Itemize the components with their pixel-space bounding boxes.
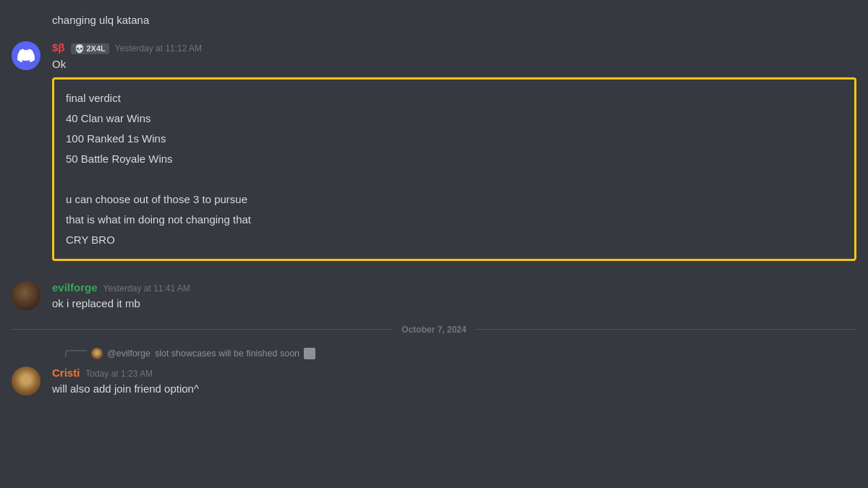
message-row-2: evilforge Yesterday at 11:41 AM ok i rep… [0, 275, 868, 313]
message-header-1: $β 💀 2X4L Yesterday at 11:12 AM [52, 41, 856, 54]
timestamp-cristi: Today at 1:23 AM [85, 369, 153, 379]
message-text-cristi: will also add join friend option^ [52, 382, 856, 397]
badge-1: 💀 2X4L [71, 43, 109, 54]
verdict-line-6: that is what im doing not changing that [66, 211, 843, 228]
verdict-line-7: CRY BRO [66, 231, 843, 249]
date-separator: October 7, 2024 [0, 313, 868, 346]
reply-preview-text: slot showcases will be finished soon [155, 348, 299, 359]
verdict-line-4: 50 Battle Royale Wins [66, 150, 843, 168]
message-row-1: $β 💀 2X4L Yesterday at 11:12 AM Ok final… [0, 35, 868, 267]
username-1: $β [52, 41, 65, 53]
verdict-line-1: final verdict [66, 90, 843, 107]
verdict-spacer [66, 171, 843, 188]
avatar-evilforge [12, 281, 41, 310]
message-ok: Ok [52, 57, 856, 72]
date-separator-text: October 7, 2024 [401, 325, 466, 335]
reply-avatar [91, 348, 103, 359]
top-message-text: changing ulq katana [52, 14, 149, 26]
verdict-line-5: u can choose out of those 3 to pursue [66, 191, 843, 208]
chat-container: changing ulq katana $β 💀 2X4L Yesterday … [0, 0, 868, 488]
reply-image-icon: 🖼 [304, 348, 315, 359]
verdict-line-3: 100 Ranked 1s Wins [66, 130, 843, 147]
avatar-cristi [12, 367, 41, 395]
reply-username: @evilforge [107, 348, 150, 359]
reply-line-icon [65, 350, 87, 357]
badge-icon: 💀 [75, 44, 85, 53]
username-2: evilforge [52, 281, 98, 294]
discord-logo-icon [17, 47, 35, 64]
message-row-cristi: Cristi Today at 1:23 AM will also add jo… [0, 361, 868, 398]
timestamp-1: Yesterday at 11:12 AM [115, 43, 202, 53]
badge-label: 2X4L [87, 44, 106, 53]
timestamp-2: Yesterday at 11:41 AM [103, 283, 190, 294]
reply-row: @evilforge slot showcases will be finish… [0, 346, 868, 359]
message-text-2: ok i replaced it mb [52, 296, 856, 312]
message-content-1: $β 💀 2X4L Yesterday at 11:12 AM Ok final… [52, 41, 856, 266]
username-cristi: Cristi [52, 367, 80, 379]
verdict-line-2: 40 Clan war Wins [66, 110, 843, 127]
message-header-2: evilforge Yesterday at 11:41 AM [52, 281, 856, 294]
message-content-2: evilforge Yesterday at 11:41 AM ok i rep… [52, 281, 856, 312]
message-header-cristi: Cristi Today at 1:23 AM [52, 367, 856, 379]
top-continuation-text: changing ulq katana [0, 12, 868, 30]
highlight-box: final verdict 40 Clan war Wins 100 Ranke… [52, 77, 856, 261]
avatar-discord [12, 41, 41, 70]
message-content-cristi: Cristi Today at 1:23 AM will also add jo… [52, 367, 856, 397]
